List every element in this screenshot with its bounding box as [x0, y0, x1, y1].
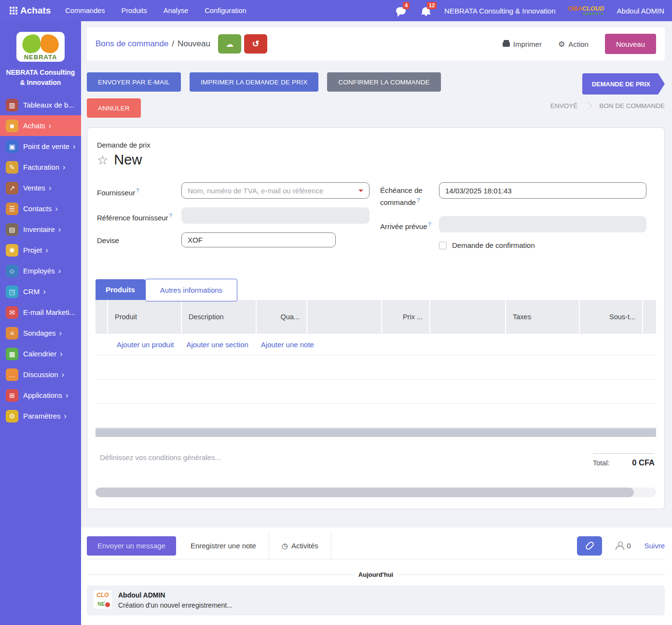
- column-prix: Prix ...: [382, 300, 430, 334]
- sidebar-item-sondages[interactable]: ≡ Sondages ›: [0, 323, 81, 343]
- table-horizontal-scrollbar[interactable]: [96, 428, 656, 437]
- chevron-right-icon: ›: [49, 122, 51, 130]
- breadcrumb-parent[interactable]: Bons de commande: [96, 39, 168, 49]
- total-label: Total:: [593, 459, 610, 467]
- actions-bar: ENVOYER PAR E-MAIL IMPRIMER LA DEMANDE D…: [81, 60, 672, 118]
- apps-icon: ⊞: [6, 389, 18, 402]
- chevron-right-icon: ›: [63, 163, 65, 172]
- new-button[interactable]: Nouveau: [605, 34, 656, 54]
- send-message-button[interactable]: Envoyer un message: [87, 536, 176, 556]
- sidebar-item-email-marketing[interactable]: ✉ E-mail Marketi...: [0, 302, 81, 323]
- chatter-toolbar: Envoyer un message Enregistrer une note …: [87, 532, 665, 559]
- table-row: [96, 355, 656, 380]
- inventory-icon: ▤: [6, 223, 18, 236]
- column-description: Description: [182, 300, 257, 334]
- dropdown-caret-icon: [358, 190, 363, 194]
- tab-autres-informations[interactable]: Autres informations: [145, 279, 237, 301]
- sidebar-company-name: NEBRATA Consulting & Innovation: [0, 68, 81, 88]
- confirm-order-button[interactable]: CONFIRMER LA COMMANDE: [327, 72, 440, 92]
- sidebar-item-crm[interactable]: ◳ CRM ›: [0, 281, 81, 302]
- sales-icon: ↗: [6, 182, 18, 194]
- reference-fournisseur-field: [181, 207, 370, 224]
- messages-badge: 4: [403, 2, 410, 9]
- echeance-input[interactable]: [445, 187, 640, 195]
- apps-grid-icon[interactable]: [10, 7, 12, 9]
- followers-button[interactable]: 0: [616, 542, 631, 550]
- devise-input[interactable]: [188, 236, 329, 244]
- chevron-right-icon: ›: [60, 350, 62, 358]
- logo-leaf-orange: [40, 34, 60, 54]
- dashboard-icon: ▥: [6, 99, 18, 111]
- sidebar-item-calendrier[interactable]: ▦ Calendrier ›: [0, 343, 81, 364]
- sidebar-item-facturation[interactable]: ✎ Facturation ›: [0, 157, 81, 177]
- devise-field[interactable]: [181, 232, 336, 247]
- follow-button[interactable]: Suivre: [644, 542, 665, 550]
- total-block: Total: 0 CFA: [593, 453, 655, 467]
- followers-count: 0: [627, 542, 631, 550]
- chevron-right-icon: ›: [73, 142, 75, 151]
- activities-button[interactable]: ◷ Activités: [282, 542, 318, 550]
- add-note-link[interactable]: Ajouter une note: [261, 340, 314, 349]
- fournisseur-field[interactable]: [181, 182, 370, 199]
- add-section-link[interactable]: Ajouter une section: [186, 340, 248, 349]
- app-name[interactable]: Achats: [20, 5, 51, 16]
- demande-confirmation-checkbox[interactable]: [439, 242, 447, 249]
- echeance-field[interactable]: [439, 182, 646, 199]
- sidebar-item-tableaux-de-bord[interactable]: ▥ Tableaux de b...: [0, 95, 81, 115]
- save-button[interactable]: ☁▲: [218, 34, 241, 54]
- obacloud-logo: OBACLOUDNEBRATA: [568, 5, 604, 16]
- chevron-right-icon: ›: [43, 287, 45, 296]
- divider: [331, 532, 331, 559]
- sidebar-item-ventes[interactable]: ↗ Ventes ›: [0, 177, 81, 198]
- form-card: Demande de prix ☆ New Fournisseur? Référ…: [87, 127, 665, 509]
- fournisseur-input[interactable]: [188, 187, 363, 195]
- table-row: [96, 404, 656, 428]
- scrollbar-thumb[interactable]: [96, 488, 634, 497]
- sidebar-item-employes[interactable]: ☺ Employés ›: [0, 260, 81, 281]
- nav-menu-configuration[interactable]: Configuration: [205, 7, 246, 14]
- sidebar-item-applications[interactable]: ⊞ Applications ›: [0, 385, 81, 406]
- sidebar-item-discussion[interactable]: … Discussion ›: [0, 364, 81, 385]
- cancel-button[interactable]: ANNULER: [87, 98, 141, 118]
- log-note-button[interactable]: Enregistrer une note: [191, 542, 256, 550]
- sidebar-item-projet[interactable]: ✱ Projet ›: [0, 240, 81, 260]
- breadcrumb-current: Nouveau: [178, 39, 210, 49]
- messages-button[interactable]: 4: [396, 6, 408, 15]
- discard-button[interactable]: ↺: [244, 34, 267, 54]
- control-panel: Bons de commande / Nouveau ☁▲ ↺ Imprimer…: [87, 27, 665, 60]
- notebook-tabs: Produits Autres informations: [96, 277, 656, 300]
- status-demande-de-prix[interactable]: DEMANDE DE PRIX: [582, 73, 665, 95]
- add-line-links: Ajouter un produit Ajouter une section A…: [96, 334, 656, 355]
- divider: [269, 532, 269, 559]
- print-menu[interactable]: Imprimer: [503, 40, 542, 48]
- nav-menu-analyse[interactable]: Analyse: [164, 7, 189, 14]
- chatter: Envoyer un message Enregistrer une note …: [81, 528, 672, 625]
- nav-menu-commandes[interactable]: Commandes: [65, 7, 105, 14]
- favorite-star-icon[interactable]: ☆: [97, 154, 108, 166]
- order-lines-header: Produit Description Qua... Prix ... Taxe…: [96, 300, 656, 334]
- demande-confirmation-label: Demande de confirmation: [452, 241, 535, 249]
- print-rfq-button[interactable]: IMPRIMER LA DEMANDE DE PRIX: [190, 72, 318, 92]
- sidebar-item-contacts[interactable]: ☰ Contacts ›: [0, 198, 81, 219]
- status-bon-de-commande[interactable]: BON DE COMMANDE: [599, 102, 665, 109]
- help-marker: ?: [169, 213, 172, 218]
- user-menu[interactable]: Abdoul ADMIN: [617, 7, 664, 15]
- add-product-link[interactable]: Ajouter un produit: [117, 340, 174, 349]
- nav-menu-produits[interactable]: Produits: [122, 7, 147, 14]
- sidebar-item-point-de-vente[interactable]: ▣ Point de vente ›: [0, 136, 81, 157]
- sidebar-item-achats[interactable]: ☻ Achats ›: [0, 115, 81, 136]
- terms-placeholder[interactable]: Définissez vos conditions générales...: [100, 453, 221, 467]
- status-envoye[interactable]: ENVOYÉ: [550, 102, 577, 109]
- settings-icon: ⚙: [6, 410, 18, 422]
- sidebar-item-parametres[interactable]: ⚙ Paramètres ›: [0, 406, 81, 426]
- help-marker: ?: [428, 221, 431, 227]
- company-switcher[interactable]: NEBRATA Consulting & Innovation: [444, 7, 555, 15]
- notifications-button[interactable]: 12: [420, 6, 432, 15]
- send-email-button[interactable]: ENVOYER PAR E-MAIL: [87, 72, 181, 92]
- attach-file-button[interactable]: [577, 536, 602, 556]
- sidebar-item-inventaire[interactable]: ▤ Inventaire ›: [0, 219, 81, 240]
- main-content: Bons de commande / Nouveau ☁▲ ↺ Imprimer…: [81, 21, 672, 625]
- tab-produits[interactable]: Produits: [96, 279, 145, 300]
- avatar: CLO NE: [94, 590, 112, 609]
- action-menu[interactable]: ⚙ Action: [558, 40, 589, 49]
